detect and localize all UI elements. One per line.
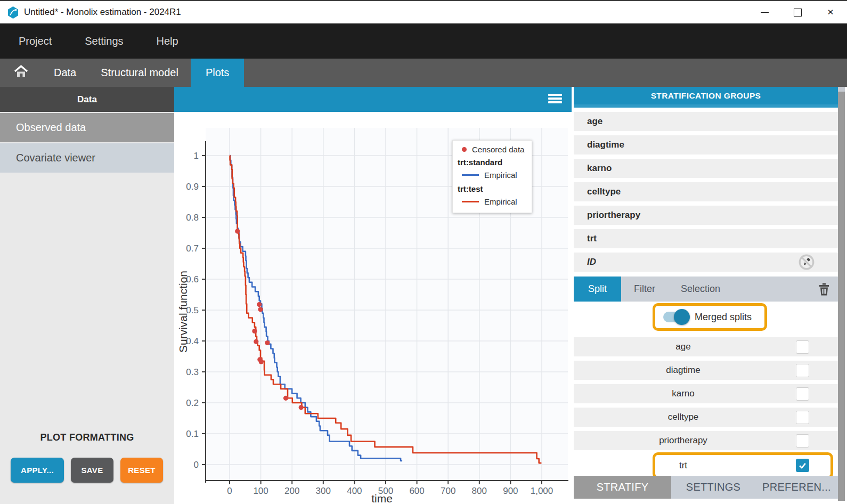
mode-tab-split[interactable]: Split xyxy=(574,277,621,302)
split-covariate-label: celltype xyxy=(574,412,793,422)
svg-text:200: 200 xyxy=(284,486,299,496)
svg-text:600: 600 xyxy=(409,486,424,496)
svg-text:0.3: 0.3 xyxy=(186,367,199,377)
split-covariate-row-karno: karno xyxy=(574,384,838,403)
no-edit-icon xyxy=(797,253,816,274)
menu-item-settings[interactable]: Settings xyxy=(85,35,123,47)
minimize-button[interactable] xyxy=(748,1,781,23)
plot-formatting-buttons: APPLY...SAVERESET xyxy=(0,458,174,483)
menu-item-project[interactable]: Project xyxy=(19,35,52,47)
stratification-group-id[interactable]: ID xyxy=(574,253,838,272)
sidebar: Data Observed dataCovariate viewer PLOT … xyxy=(0,87,174,504)
svg-text:900: 900 xyxy=(503,486,518,496)
stratification-group-diagtime[interactable]: diagtime xyxy=(574,135,838,155)
stratification-groups-list: age diagtime karno celltype priortherapy… xyxy=(574,112,838,272)
sidebar-item-observed-data[interactable]: Observed data xyxy=(0,113,174,142)
split-covariate-checkbox-age[interactable] xyxy=(796,340,809,354)
legend-censored-item: Censored data xyxy=(453,145,532,154)
maximize-button[interactable] xyxy=(781,1,814,23)
home-icon xyxy=(14,65,28,80)
panel-bottom-tabs: STRATIFYSETTINGSPREFEREN... xyxy=(574,476,838,499)
split-covariate-row-diagtime: diagtime xyxy=(574,361,838,380)
plot-formatting-section: PLOT FORMATTING APPLY...SAVERESET xyxy=(0,432,174,483)
save-button[interactable]: SAVE xyxy=(71,458,113,483)
plot-header-bar xyxy=(174,87,572,112)
scrollbar[interactable] xyxy=(838,87,845,501)
merged-splits-toggle[interactable] xyxy=(663,312,688,322)
split-covariate-row-age: age xyxy=(574,337,838,356)
panel-tab-settings[interactable]: SETTINGS xyxy=(671,476,755,499)
mode-tab-filter[interactable]: Filter xyxy=(621,277,668,302)
split-covariate-checkbox-diagtime[interactable] xyxy=(796,364,809,377)
plot-formatting-title: PLOT FORMATTING xyxy=(0,432,174,443)
svg-text:0.1: 0.1 xyxy=(186,429,199,439)
title-bar: Untitled* - Monolix estimation - 2024R1 … xyxy=(0,1,847,23)
monolix-logo-icon xyxy=(7,6,19,19)
blue-line-icon xyxy=(462,174,479,176)
legend-series-label: Empirical xyxy=(484,170,517,180)
apply-button[interactable]: APPLY... xyxy=(11,458,64,483)
svg-text:300: 300 xyxy=(316,486,331,496)
merged-splits-row: Merged splits xyxy=(574,302,838,333)
mode-tab-selection[interactable]: Selection xyxy=(668,277,733,302)
tab-structural-model[interactable]: Structural model xyxy=(88,59,191,87)
sidebar-item-covariate-viewer[interactable]: Covariate viewer xyxy=(0,143,174,173)
svg-text:800: 800 xyxy=(472,486,487,496)
svg-text:700: 700 xyxy=(441,486,455,496)
split-mode-tabs: SplitFilterSelection xyxy=(574,277,838,302)
stratification-panel: STRATIFICATION GROUPS age diagtime karno… xyxy=(574,87,845,504)
chart-legend: Censored data trt:standard Empirical trt… xyxy=(452,140,532,213)
stratification-group-priortherapy[interactable]: priortherapy xyxy=(574,206,838,225)
panel-tab-stratify[interactable]: STRATIFY xyxy=(574,476,671,499)
stratification-group-karno[interactable]: karno xyxy=(574,159,838,178)
panel-tab-preferen[interactable]: PREFEREN... xyxy=(755,476,838,499)
split-covariate-label: trt xyxy=(574,460,793,471)
close-button[interactable]: ✕ xyxy=(814,1,847,23)
split-covariate-row-celltype: celltype xyxy=(574,408,838,427)
red-line-icon xyxy=(462,201,479,202)
menu-item-help[interactable]: Help xyxy=(157,35,178,47)
split-covariate-row-trt: trt xyxy=(574,455,838,476)
trash-icon[interactable] xyxy=(818,277,830,302)
window-title: Untitled* - Monolix estimation - 2024R1 xyxy=(24,7,181,18)
legend-series-label: Empirical xyxy=(484,197,517,206)
split-covariate-checkbox-priortherapy[interactable] xyxy=(796,434,809,448)
svg-text:1,000: 1,000 xyxy=(531,486,553,496)
nav-tabs: DataStructural modelPlots xyxy=(42,59,244,87)
plot-menu-icon[interactable] xyxy=(548,94,562,103)
stratification-group-age[interactable]: age xyxy=(574,112,838,131)
stratification-group-celltype[interactable]: celltype xyxy=(574,182,838,201)
svg-text:1: 1 xyxy=(194,151,199,161)
merged-splits-label: Merged splits xyxy=(695,312,752,323)
window-controls: ✕ xyxy=(748,1,847,23)
tab-plots[interactable]: Plots xyxy=(191,59,244,87)
svg-text:400: 400 xyxy=(347,486,362,496)
legend-group-name: trt:test xyxy=(453,181,532,195)
split-covariate-label: age xyxy=(574,342,793,352)
svg-text:0.2: 0.2 xyxy=(186,398,199,408)
split-covariates-list: age diagtime karno celltype priortherapy… xyxy=(574,337,838,476)
split-covariate-label: karno xyxy=(574,388,793,399)
split-covariate-checkbox-trt[interactable] xyxy=(796,459,809,472)
split-covariate-checkbox-celltype[interactable] xyxy=(796,411,809,424)
split-covariate-checkbox-karno[interactable] xyxy=(796,387,809,401)
svg-text:100: 100 xyxy=(253,486,268,496)
stratification-group-trt[interactable]: trt xyxy=(574,229,838,248)
legend-group-name: trt:standard xyxy=(453,154,532,168)
svg-text:0.7: 0.7 xyxy=(186,243,199,254)
legend-series-item: Empirical xyxy=(453,168,532,181)
tab-data[interactable]: Data xyxy=(42,59,88,87)
app-window: Untitled* - Monolix estimation - 2024R1 … xyxy=(0,0,847,504)
home-tab[interactable] xyxy=(0,59,42,87)
legend-censored-label: Censored data xyxy=(472,145,524,154)
split-covariate-label: diagtime xyxy=(574,365,793,376)
sidebar-section-title: Data xyxy=(0,87,174,112)
stratification-title-underline xyxy=(574,104,838,108)
plot-panel: 00.10.20.30.40.50.60.70.80.9101002003004… xyxy=(174,87,572,504)
svg-text:0.9: 0.9 xyxy=(186,182,199,192)
reset-button[interactable]: RESET xyxy=(120,458,163,483)
stratification-title: STRATIFICATION GROUPS xyxy=(574,87,838,104)
censored-dot-icon xyxy=(462,147,467,152)
svg-text:0.8: 0.8 xyxy=(186,213,199,223)
main-area: Data Observed dataCovariate viewer PLOT … xyxy=(0,87,847,504)
